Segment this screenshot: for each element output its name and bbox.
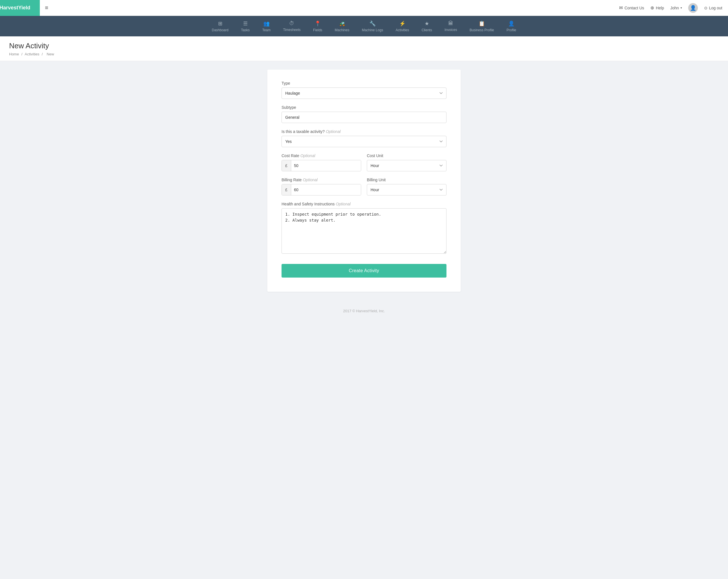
type-label: Type — [282, 81, 446, 85]
activities-icon: ⚡ — [399, 21, 406, 27]
contact-us-button[interactable]: ✉ Contact Us — [619, 5, 644, 10]
logout-button[interactable]: ⊙ Log out — [704, 6, 722, 10]
nav-item-machine-logs[interactable]: 🔧 Machine Logs — [356, 16, 389, 36]
main-nav: ⊞ Dashboard ☰ Tasks 👥 Team ⏱ Timesheets … — [0, 16, 728, 36]
billing-rate-col: Billing Rate Optional £ — [282, 177, 361, 195]
footer: 2017 © HarvestYield, Inc. — [0, 300, 728, 322]
health-safety-label: Health and Safety Instructions Optional — [282, 202, 446, 206]
taxable-select[interactable]: Yes No — [282, 136, 446, 147]
dashboard-icon: ⊞ — [218, 21, 223, 27]
tasks-icon: ☰ — [243, 21, 248, 27]
nav-item-tasks[interactable]: ☰ Tasks — [235, 16, 256, 36]
nav-item-business-profile[interactable]: 📋 Business Profile — [463, 16, 500, 36]
nav-item-invoices[interactable]: 🏛 Invoices — [438, 16, 463, 36]
cost-rate-prefix: £ — [282, 160, 291, 171]
nav-item-profile[interactable]: 👤 Profile — [500, 16, 522, 36]
logout-icon: ⊙ — [704, 6, 707, 10]
breadcrumb-current: New — [47, 52, 54, 56]
nav-item-fields[interactable]: 📍 Fields — [307, 16, 329, 36]
breadcrumb-home[interactable]: Home — [9, 52, 19, 56]
cost-row: Cost Rate Optional £ Cost Unit Hour Day … — [282, 154, 446, 171]
nav-item-timesheets[interactable]: ⏱ Timesheets — [277, 16, 307, 36]
health-safety-field-group: Health and Safety Instructions Optional … — [282, 202, 446, 255]
type-field-group: Type Haulage Spraying Harvesting Plantin… — [282, 81, 446, 99]
cost-unit-label: Cost Unit — [367, 154, 446, 158]
billing-unit-col: Billing Unit Hour Day Acre Tonne — [367, 177, 446, 195]
machine-logs-icon: 🔧 — [369, 21, 376, 27]
subtype-input[interactable] — [282, 112, 446, 123]
cost-rate-col: Cost Rate Optional £ — [282, 154, 361, 171]
create-activity-button[interactable]: Create Activity — [282, 264, 446, 278]
nav-item-activities[interactable]: ⚡ Activities — [389, 16, 415, 36]
billing-rate-input[interactable] — [291, 184, 361, 195]
top-bar: HarvestYield ≡ ✉ Contact Us ⊕ Help John … — [0, 0, 728, 16]
subtype-field-group: Subtype — [282, 105, 446, 123]
app-logo: HarvestYield — [0, 0, 40, 16]
nav-item-dashboard[interactable]: ⊞ Dashboard — [206, 16, 235, 36]
cost-rate-input-group: £ — [282, 160, 361, 171]
form-card: Type Haulage Spraying Harvesting Plantin… — [267, 70, 461, 292]
user-menu[interactable]: John ▾ — [670, 6, 682, 10]
fields-icon: 📍 — [314, 21, 321, 27]
cost-unit-col: Cost Unit Hour Day Acre Tonne — [367, 154, 446, 171]
nav-item-team[interactable]: 👥 Team — [256, 16, 277, 36]
business-profile-icon: 📋 — [478, 21, 485, 27]
nav-item-machines[interactable]: 🚜 Machines — [329, 16, 356, 36]
billing-rate-label: Billing Rate Optional — [282, 177, 361, 182]
breadcrumb: Home / Activities / New — [9, 52, 719, 56]
timesheets-icon: ⏱ — [289, 21, 294, 26]
top-bar-actions: ✉ Contact Us ⊕ Help John ▾ 👤 ⊙ Log out — [619, 3, 722, 13]
menu-toggle-icon[interactable]: ≡ — [40, 4, 53, 11]
avatar-icon: 👤 — [690, 5, 696, 11]
team-icon: 👥 — [263, 21, 269, 27]
taxable-field-group: Is this a taxable activity? Optional Yes… — [282, 129, 446, 147]
cost-unit-select[interactable]: Hour Day Acre Tonne — [367, 160, 446, 171]
cost-rate-input[interactable] — [291, 160, 361, 171]
mail-icon: ✉ — [619, 5, 623, 10]
taxable-label: Is this a taxable activity? Optional — [282, 129, 446, 134]
page-header: New Activity Home / Activities / New — [0, 36, 728, 61]
footer-text: 2017 © HarvestYield, Inc. — [343, 309, 385, 313]
page-title: New Activity — [9, 42, 719, 50]
chevron-down-icon: ▾ — [680, 6, 682, 9]
help-icon: ⊕ — [650, 5, 654, 10]
profile-icon: 👤 — [508, 21, 515, 27]
billing-rate-prefix: £ — [282, 184, 291, 195]
help-button[interactable]: ⊕ Help — [650, 5, 664, 10]
billing-unit-label: Billing Unit — [367, 177, 446, 182]
machines-icon: 🚜 — [339, 21, 345, 27]
cost-rate-label: Cost Rate Optional — [282, 154, 361, 158]
avatar[interactable]: 👤 — [688, 3, 698, 13]
subtype-label: Subtype — [282, 105, 446, 110]
billing-rate-input-group: £ — [282, 184, 361, 195]
type-select[interactable]: Haulage Spraying Harvesting Planting Oth… — [282, 87, 446, 99]
health-safety-textarea[interactable]: 1. Inspect equipment prior to operation.… — [282, 208, 446, 254]
nav-item-clients[interactable]: ★ Clients — [415, 16, 438, 36]
billing-unit-select[interactable]: Hour Day Acre Tonne — [367, 184, 446, 195]
clients-icon: ★ — [424, 21, 429, 27]
invoices-icon: 🏛 — [448, 21, 453, 26]
main-content: Type Haulage Spraying Harvesting Plantin… — [0, 61, 728, 300]
breadcrumb-activities[interactable]: Activities — [25, 52, 39, 56]
billing-row: Billing Rate Optional £ Billing Unit Hou… — [282, 177, 446, 195]
